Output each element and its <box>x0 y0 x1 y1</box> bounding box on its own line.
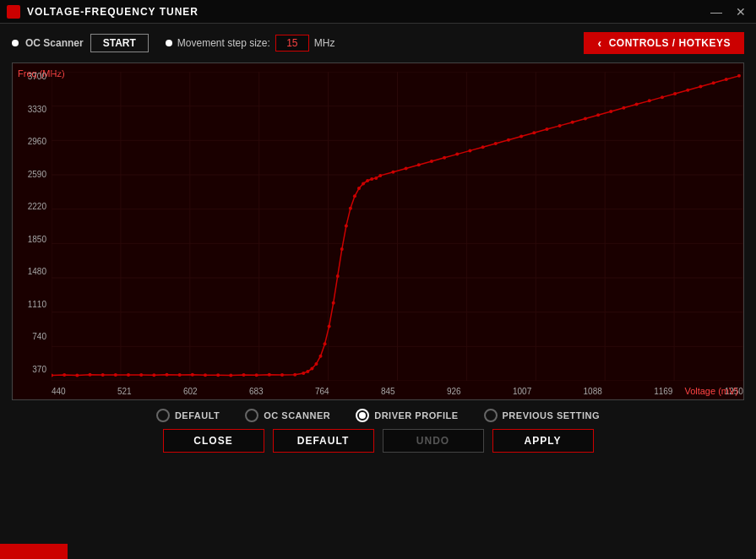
close-button[interactable]: CLOSE <box>163 429 264 453</box>
radio-group: DEFAULTOC SCANNERDRIVER PROFILEPREVIOUS … <box>12 409 744 422</box>
bottom-bar: CLOSE DEFAULT UNDO APPLY <box>12 429 744 453</box>
x-label: 521 <box>117 387 132 396</box>
x-label: 764 <box>315 387 329 396</box>
y-label: 2220 <box>14 202 50 211</box>
movement-label: Movement step size: <box>177 37 270 49</box>
chevron-left-icon: ‹ <box>597 36 601 50</box>
y-label: 3330 <box>14 105 50 114</box>
title-bar-title: VOLTAGE-FREQUENCY TUNER <box>27 6 199 18</box>
radio-item-previous-setting[interactable]: PREVIOUS SETTING <box>484 409 601 422</box>
controls-hotkeys-button[interactable]: ‹ CONTROLS / HOTKEYS <box>584 32 744 54</box>
window-close-button[interactable]: ✕ <box>732 5 749 19</box>
default-button[interactable]: DEFAULT <box>273 429 374 453</box>
y-label: 1850 <box>14 235 50 244</box>
y-label: 370 <box>14 365 50 374</box>
radio-item-default[interactable]: DEFAULT <box>156 409 220 422</box>
radio-label-default: DEFAULT <box>175 410 220 421</box>
y-label: 2590 <box>14 170 50 179</box>
minimize-button[interactable]: — <box>707 5 726 19</box>
title-bar: VOLTAGE-FREQUENCY TUNER — ✕ <box>0 0 756 24</box>
top-bar: OC Scanner START Movement step size: MHz… <box>12 32 744 54</box>
radio-outer-driver-profile <box>356 409 369 422</box>
y-label: 1480 <box>14 267 50 276</box>
app-icon <box>7 5 20 19</box>
radio-label-driver-profile: DRIVER PROFILE <box>374 410 458 421</box>
x-label: 1007 <box>513 387 531 396</box>
apply-button[interactable]: APPLY <box>492 429 594 453</box>
oc-scanner-label: OC Scanner <box>25 37 84 49</box>
title-bar-controls: — ✕ <box>707 5 749 19</box>
radio-inner-driver-profile <box>359 412 366 419</box>
radio-item-driver-profile[interactable]: DRIVER PROFILE <box>356 409 458 422</box>
x-label: 1088 <box>584 387 602 396</box>
radio-item-oc-scanner[interactable]: OC SCANNER <box>245 409 330 422</box>
movement-dot <box>166 40 172 46</box>
x-axis-label: Voltage (mV) <box>684 386 738 396</box>
movement-group: Movement step size: MHz <box>166 35 335 52</box>
controls-hotkeys-label: CONTROLS / HOTKEYS <box>609 37 731 49</box>
oc-scanner-dot <box>12 40 19 46</box>
mhz-label: MHz <box>314 37 335 49</box>
start-button[interactable]: START <box>90 34 149 52</box>
x-label: 440 <box>52 387 66 396</box>
status-bar <box>0 544 68 559</box>
chart-area: Freq (MHz) 37003330296025902220185014801… <box>12 62 744 400</box>
x-label: 1169 <box>654 387 672 396</box>
chart-canvas <box>52 72 743 381</box>
radio-outer-oc-scanner <box>245 409 258 422</box>
x-label: 602 <box>183 387 198 396</box>
y-label: 2960 <box>14 137 50 146</box>
radio-label-oc-scanner: OC SCANNER <box>264 410 330 421</box>
y-label: 740 <box>14 332 50 341</box>
y-label: 1110 <box>14 300 50 309</box>
chart-canvas-wrapper <box>52 72 743 381</box>
x-label: 683 <box>249 387 264 396</box>
y-labels: 37003330296025902220185014801110740370 <box>13 72 52 374</box>
undo-button: UNDO <box>383 429 484 453</box>
radio-label-previous-setting: PREVIOUS SETTING <box>503 410 601 421</box>
movement-input[interactable] <box>275 35 309 52</box>
x-label: 926 <box>447 387 461 396</box>
main-content: OC Scanner START Movement step size: MHz… <box>0 24 756 559</box>
oc-scanner-group: OC Scanner START <box>12 34 149 52</box>
x-label: 845 <box>381 387 395 396</box>
y-label: 3700 <box>14 72 50 81</box>
radio-outer-previous-setting <box>484 409 498 422</box>
radio-outer-default <box>156 409 170 422</box>
x-labels: 4405216026837648459261007108811691250 <box>52 387 743 396</box>
